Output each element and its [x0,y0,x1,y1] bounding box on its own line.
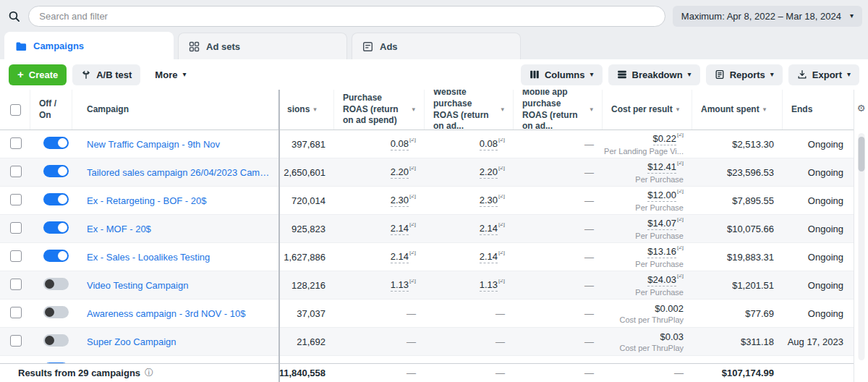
cost-per-result-cell: $24.032 Per Purchase [603,274,692,297]
search-input[interactable] [39,11,655,22]
mobile-app-purchase-roas-cell: — [514,195,603,206]
row-checkbox[interactable] [10,194,22,205]
campaign-link[interactable]: Super Zoo Campaign [87,336,270,347]
campaign-toggle[interactable] [43,193,69,205]
row-checkbox[interactable] [10,279,22,290]
sort-icon [501,106,504,114]
footnote-marker: 2 [498,223,505,227]
total-mobile-app-purchase-roas: — [514,368,603,378]
select-all-checkbox[interactable] [10,104,21,116]
cost-per-result-sublabel: Per Purchase [635,175,684,184]
ab-test-button[interactable]: A/B test [72,64,140,85]
header-cost-per-result[interactable]: Cost per result [603,90,692,130]
campaign-toggle[interactable] [43,334,69,347]
footnote-marker: 2 [409,138,416,143]
footnote-marker: 2 [409,223,416,227]
gear-icon[interactable] [857,103,866,114]
info-icon[interactable] [145,367,153,379]
row-select-cell [0,307,30,321]
breakdown-button[interactable]: Breakdown [608,64,700,85]
website-purchase-roas-cell: 2.142 [425,223,514,235]
header-off-on[interactable]: Off / On [30,90,72,130]
cost-per-result-cell: $0.222 Per Landing Page Vi... [603,133,692,156]
scrollbar-thumb[interactable] [858,137,864,171]
campaign-link[interactable]: Video Testing Campaign [87,280,270,291]
header-mobile-app-purchase-roas[interactable]: Mobile app purchase ROAS (return on ad..… [514,90,603,130]
create-button-label: Create [29,69,58,80]
campaign-cell: Awareness campaign - 3rd NOV - 10$ [72,308,278,319]
vertical-scrollbar[interactable] [858,133,864,360]
ends-cell: Ongoing [783,252,854,263]
campaign-toggle[interactable] [43,306,69,318]
date-range-selector[interactable]: Maximum: Apr 8, 2022 – Mar 18, 2024 [673,6,862,27]
impressions-cell: 397,681 [278,139,334,150]
cost-per-result-sublabel: Per Purchase [635,260,684,268]
campaign-toggle[interactable] [43,221,69,234]
website-purchase-roas-cell: 2.142 [425,251,514,263]
toggle-knob [58,166,67,176]
footnote-marker: 2 [677,161,684,166]
header-website-purchase-roas[interactable]: Website purchase ROAS (return on ad... [425,90,514,130]
cost-per-result-sublabel: Per Landing Page Vi... [604,147,684,156]
footnote-marker: 2 [677,133,684,137]
toolbar: Create A/B test More Columns Breakdown [0,59,868,90]
row-checkbox[interactable] [10,137,22,149]
campaign-link[interactable]: Ex - Retargeting - BOF - 20$ [87,195,270,206]
sort-icon [590,106,593,114]
header-purchase-roas[interactable]: Purchase ROAS (return on ad spend) [334,90,425,130]
amount-spent-cell: $10,075.66 [692,224,783,234]
columns-button[interactable]: Columns [521,64,603,85]
ends-cell: Aug 17, 2023 [783,336,854,347]
campaign-link[interactable]: Awareness campaign - 3rd NOV - 10$ [87,308,270,319]
cost-per-result-sublabel: Cost per ThruPlay [620,344,684,352]
total-website-purchase-roas: — [425,368,514,378]
header-impressions[interactable]: sions [278,90,334,130]
table-row: New Traffic Campaign - 9th Nov 397,681 0… [0,130,868,158]
cost-per-result-sublabel: Per Purchase [635,203,684,212]
impressions-cell: 720,014 [278,195,334,206]
row-checkbox[interactable] [10,166,22,177]
tab-ad-sets[interactable]: Ad sets [178,33,347,59]
tab-ads[interactable]: Ads [352,33,521,59]
campaign-toggle[interactable] [43,250,69,262]
row-toggle-cell [30,165,72,179]
campaign-link[interactable]: Tailored sales campaign 26/04/2023 Campa… [87,167,270,178]
row-checkbox[interactable] [10,250,22,262]
campaign-link[interactable]: Ex - Sales - Looalikes Testing [87,252,270,263]
create-button[interactable]: Create [9,64,67,85]
frozen-column-divider[interactable] [278,90,280,382]
level-tabs: Campaigns Ad sets Ads [0,32,868,59]
campaign-toggle[interactable] [43,165,69,177]
search-filter-bar[interactable] [28,6,665,27]
header-amount-spent[interactable]: Amount spent [692,90,783,130]
row-checkbox[interactable] [10,307,22,318]
export-button[interactable]: Export [788,64,859,85]
campaign-link[interactable]: Ex - MOF - 20$ [87,224,270,234]
reports-label: Reports [730,69,765,80]
results-summary: Results from 29 campaigns [0,367,278,379]
plus-icon [17,69,24,80]
tab-ads-label: Ads [380,41,398,52]
table-header: Off / On Campaign sions Purchase ROAS (r… [0,90,868,130]
row-toggle-cell [30,193,72,208]
header-campaign[interactable]: Campaign [72,90,278,130]
select-all-header [0,90,30,130]
row-toggle-cell [30,306,72,321]
campaign-cell: Ex - Sales - Looalikes Testing [72,252,278,263]
impressions-cell: 2,650,601 [278,167,334,178]
row-checkbox[interactable] [10,335,22,347]
table-row: Tailored sales campaign 26/04/2023 Campa… [0,158,868,187]
row-select-cell [0,222,30,236]
more-button[interactable]: More [146,64,195,85]
reports-button[interactable]: Reports [706,64,783,85]
header-ends[interactable]: Ends [783,90,854,130]
row-checkbox[interactable] [10,222,22,234]
breakdown-label: Breakdown [632,69,683,80]
campaign-link[interactable]: New Traffic Campaign - 9th Nov [87,139,270,150]
website-purchase-roas-cell: 2.202 [425,166,514,179]
ends-cell: Ongoing [783,308,854,319]
campaign-toggle[interactable] [43,278,69,290]
footnote-marker: 2 [498,279,505,284]
tab-campaigns[interactable]: Campaigns [4,32,174,59]
campaign-toggle[interactable] [43,137,69,149]
